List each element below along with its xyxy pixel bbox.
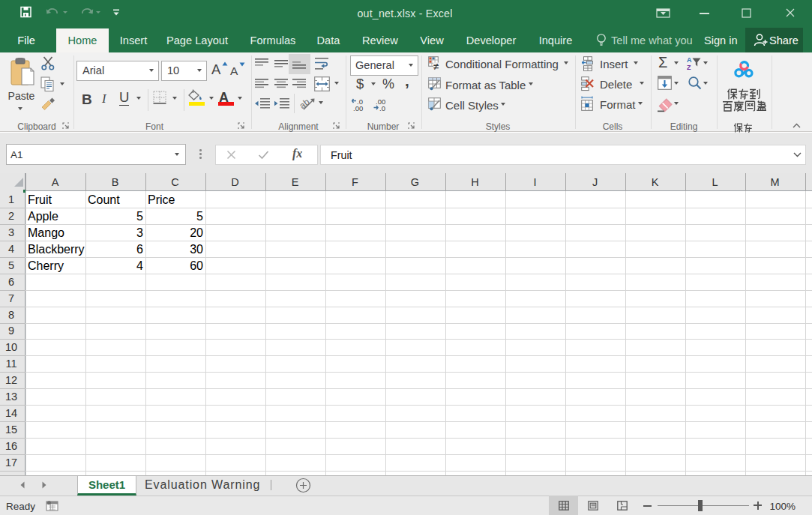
svg-text:.0: .0 — [379, 104, 385, 112]
svg-text:A: A — [687, 56, 692, 64]
svg-text:.00: .00 — [353, 104, 363, 112]
svg-text:Z: Z — [687, 64, 691, 70]
svg-text:≠: ≠ — [433, 61, 439, 70]
